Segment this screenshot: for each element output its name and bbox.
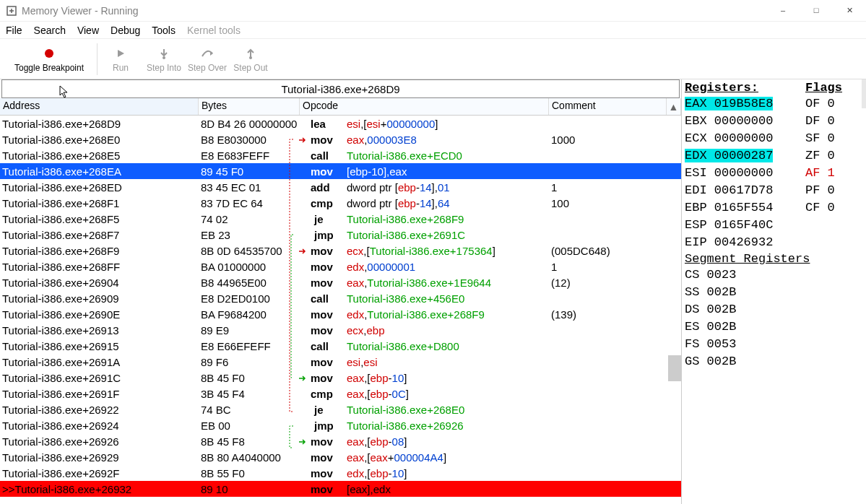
disassembly-row[interactable]: Tutorial-i386.exe+268E0B8 E8030000moveax… xyxy=(0,131,681,147)
cell-address: Tutorial-i386.exe+26922 xyxy=(0,404,199,416)
cell-operands: dword ptr [ebp-14],01 xyxy=(347,181,549,194)
jump-arrow-icon xyxy=(299,247,306,257)
cell-bytes: 8B 45 F0 xyxy=(199,372,300,384)
scrollbar-thumb[interactable] xyxy=(668,355,681,381)
disassembly-row[interactable]: Tutorial-i386.exe+269298B 80 A4040000mov… xyxy=(0,449,681,465)
cell-bytes: 89 10 xyxy=(199,483,300,495)
register-row[interactable]: EBX 00000000DF 0 xyxy=(685,112,863,129)
toggle-breakpoint-button[interactable]: Toggle Breakpoint xyxy=(3,41,95,77)
cell-mnemonic: lea xyxy=(300,118,347,130)
cell-comment: (139) xyxy=(549,308,681,321)
disassembly-row[interactable]: Tutorial-i386.exe+268D98D B4 26 00000000… xyxy=(0,116,681,131)
disassembly-row[interactable]: Tutorial-i386.exe+268F7EB 23jmpTutorial-… xyxy=(0,227,681,243)
disassembly-row[interactable]: Tutorial-i386.exe+2692F8B 55 F0movedx,[e… xyxy=(0,465,681,481)
disassembly-row[interactable]: Tutorial-i386.exe+268F98B 0D 64535700mov… xyxy=(0,243,681,258)
disassembly-row[interactable]: Tutorial-i386.exe+26904B8 44965E00moveax… xyxy=(0,274,681,290)
disassembly-row[interactable]: Tutorial-i386.exe+268EA89 45 F0mov[ebp-1… xyxy=(0,163,681,179)
step-out-button[interactable]: Step Out xyxy=(229,41,272,77)
cell-mnemonic: je xyxy=(300,404,347,416)
disassembly-row[interactable]: Tutorial-i386.exe+26915E8 E66EFEFFcallTu… xyxy=(0,338,681,354)
register-row[interactable]: EDI 00617D78PF 0 xyxy=(685,181,863,199)
cell-comment: (005DC648) xyxy=(549,245,681,257)
menu-view[interactable]: View xyxy=(77,25,99,36)
menu-search[interactable]: Search xyxy=(34,25,66,36)
menu-kernel-tools[interactable]: Kernel tools xyxy=(187,25,241,36)
run-button[interactable]: Run xyxy=(99,41,142,77)
disassembly-row[interactable]: Tutorial-i386.exe+2691A89 F6movesi,esi xyxy=(0,354,681,370)
cell-bytes: E8 E683FEFF xyxy=(199,149,300,162)
register-row[interactable]: ECX 00000000SF 0 xyxy=(685,129,863,147)
menu-tools[interactable]: Tools xyxy=(152,25,176,36)
cell-address: Tutorial-i386.exe+268D9 xyxy=(0,118,199,130)
disassembly-row[interactable]: Tutorial-i386.exe+2691C8B 45 F0moveax,[e… xyxy=(0,370,681,386)
cell-address: Tutorial-i386.exe+26924 xyxy=(0,420,199,432)
register-row[interactable]: EIP 00426932 xyxy=(685,233,863,251)
segment-register-row[interactable]: ES 002B xyxy=(685,318,863,335)
cell-bytes: 89 45 F0 xyxy=(199,165,300,178)
cell-bytes: E8 E66EFEFF xyxy=(199,340,300,352)
app-icon xyxy=(6,5,17,17)
minimize-button[interactable]: – xyxy=(766,0,800,20)
header-address[interactable]: Address xyxy=(0,98,199,115)
cell-address: Tutorial-i386.exe+268FF xyxy=(0,261,199,273)
cell-address: Tutorial-i386.exe+268F5 xyxy=(0,213,199,225)
register-row[interactable]: ESP 0165F40C xyxy=(685,216,863,233)
disassembly-row[interactable]: Tutorial-i386.exe+268E5E8 E683FEFFcallTu… xyxy=(0,147,681,163)
disassembly-row[interactable]: Tutorial-i386.exe+2691F3B 45 F4cmpeax,[e… xyxy=(0,386,681,401)
cell-address: Tutorial-i386.exe+268F1 xyxy=(0,197,199,209)
segment-register-row[interactable]: CS 0023 xyxy=(685,266,863,283)
current-address-bar[interactable]: Tutorial-i386.exe+268D9 xyxy=(1,79,680,98)
cell-bytes: 74 BC xyxy=(199,404,300,416)
disassembly-row[interactable]: Tutorial-i386.exe+26909E8 D2ED0100callTu… xyxy=(0,290,681,306)
disassembly-row[interactable]: Tutorial-i386.exe+268F574 02jeTutorial-i… xyxy=(0,211,681,227)
close-button[interactable]: ✕ xyxy=(833,0,866,20)
disassembly-row[interactable]: Tutorial-i386.exe+268ED83 45 EC 01adddwo… xyxy=(0,179,681,195)
svg-point-1 xyxy=(45,49,53,58)
cell-bytes: 74 02 xyxy=(199,213,300,225)
menu-file[interactable]: File xyxy=(6,25,22,36)
cell-mnemonic: mov xyxy=(300,245,347,257)
toolbar-separator xyxy=(97,43,98,75)
cell-operands: esi,esi xyxy=(347,356,549,368)
cell-address: Tutorial-i386.exe+2690E xyxy=(0,308,199,321)
header-comment[interactable]: Comment xyxy=(549,98,667,115)
toolbar: Toggle Breakpoint Run Step Into Step Ove… xyxy=(0,39,866,79)
disassembly-row[interactable]: Tutorial-i386.exe+2691389 E9movecx,ebp xyxy=(0,322,681,338)
register-row[interactable]: EDX 00000287ZF 0 xyxy=(685,147,863,164)
play-icon xyxy=(116,45,126,61)
step-into-button[interactable]: Step Into xyxy=(142,41,186,77)
cell-bytes: 8B 80 A4040000 xyxy=(199,451,300,464)
cell-bytes: 8B 45 F8 xyxy=(199,435,300,448)
disassembly-rows[interactable]: Tutorial-i386.exe+268D98D B4 26 00000000… xyxy=(0,116,681,504)
cell-bytes: 83 7D EC 64 xyxy=(199,197,300,209)
window-title: Memory Viewer - Running xyxy=(22,5,139,17)
cell-bytes: 3B 45 F4 xyxy=(199,388,300,400)
register-row[interactable]: EBP 0165F554CF 0 xyxy=(685,199,863,216)
disassembly-row[interactable]: >>Tutorial-i386.exe+2693289 10mov[eax],e… xyxy=(0,481,681,497)
cell-bytes: 8B 55 F0 xyxy=(199,467,300,479)
cell-bytes: 83 45 EC 01 xyxy=(199,181,300,194)
segment-register-row[interactable]: FS 0053 xyxy=(685,335,863,352)
titlebar: Memory Viewer - Running – □ ✕ xyxy=(0,0,866,22)
cell-operands: Tutorial-i386.exe+2691C xyxy=(347,229,549,241)
disassembly-row[interactable]: Tutorial-i386.exe+26924EB 00jmpTutorial-… xyxy=(0,417,681,433)
disassembly-row[interactable]: Tutorial-i386.exe+2692274 BCjeTutorial-i… xyxy=(0,401,681,417)
step-over-button[interactable]: Step Over xyxy=(186,41,229,77)
segment-registers-title: Segment Registers xyxy=(685,252,863,266)
segment-register-row[interactable]: SS 002B xyxy=(685,283,863,300)
cell-operands: edx,[ebp-10] xyxy=(347,467,549,479)
cell-bytes: 8D B4 26 00000000 xyxy=(199,118,300,130)
segment-register-row[interactable]: DS 002B xyxy=(685,300,863,318)
disassembly-row[interactable]: Tutorial-i386.exe+268FFBA 01000000movedx… xyxy=(0,258,681,274)
disassembly-row[interactable]: Tutorial-i386.exe+269268B 45 F8moveax,[e… xyxy=(0,433,681,449)
scroll-up-icon[interactable]: ▲ xyxy=(667,98,681,115)
header-opcode[interactable]: Opcode xyxy=(300,98,549,115)
disassembly-row[interactable]: Tutorial-i386.exe+2690EBA F9684200movedx… xyxy=(0,306,681,322)
header-bytes[interactable]: Bytes xyxy=(199,98,300,115)
register-row[interactable]: ESI 00000000AF 1 xyxy=(685,164,863,181)
disassembly-row[interactable]: Tutorial-i386.exe+268F183 7D EC 64cmpdwo… xyxy=(0,195,681,211)
segment-register-row[interactable]: GS 002B xyxy=(685,352,863,370)
menu-debug[interactable]: Debug xyxy=(111,25,140,36)
maximize-button[interactable]: □ xyxy=(800,0,833,20)
register-row[interactable]: EAX 019B58E8OF 0 xyxy=(685,95,863,112)
